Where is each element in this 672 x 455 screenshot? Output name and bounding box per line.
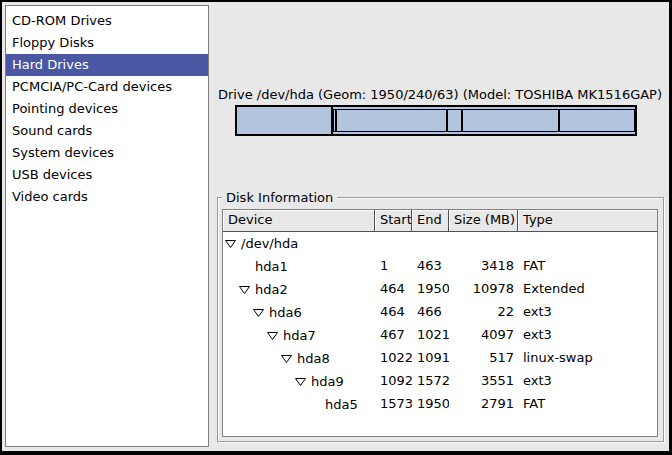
sidebar-item-pcmcia-pc-card-devices[interactable]: PCMCIA/PC-Card devices (6, 76, 208, 98)
device-cell: hda5 (223, 393, 375, 416)
sidebar-item-system-devices[interactable]: System devices (6, 142, 208, 164)
partition-segment-hda5 (559, 109, 635, 132)
type-cell: FAT (518, 255, 657, 278)
device-cell: hda8 (223, 347, 375, 370)
partition-segment-hda7 (336, 109, 447, 132)
start-cell: 1573 (375, 393, 412, 416)
table-row-hda9[interactable]: hda9109215723551ext3 (223, 370, 657, 393)
column-header-start[interactable]: Start (375, 210, 412, 232)
partition-segment-hda8 (447, 109, 463, 132)
device-cell: hda7 (223, 324, 375, 347)
size-cell: 517 (449, 347, 518, 370)
start-cell: 1 (375, 255, 412, 278)
tree-expander-open-icon[interactable] (267, 332, 278, 340)
partition-segment-hda2-extended (333, 107, 635, 134)
sidebar-item-floppy-disks[interactable]: Floppy Disks (6, 32, 208, 54)
partition-segment-hda1 (237, 107, 333, 134)
device-cell: hda9 (223, 370, 375, 393)
column-header-size-mb[interactable]: Size (MB) (449, 210, 518, 232)
device-label: hda6 (269, 302, 302, 324)
end-cell: 463 (412, 255, 449, 278)
drive-title: Drive /dev/hda (Geom: 1950/240/63) (Mode… (215, 87, 665, 102)
end-cell: 1950 (412, 393, 449, 416)
table-row-hda6[interactable]: hda646446622ext3 (223, 301, 657, 324)
type-cell: FAT (518, 393, 657, 416)
tree-expander-open-icon[interactable] (225, 240, 236, 248)
tree-expander-open-icon[interactable] (253, 309, 264, 317)
start-cell: 464 (375, 278, 412, 301)
column-header-type[interactable]: Type (518, 210, 657, 232)
size-cell: 2791 (449, 393, 518, 416)
size-cell: 10978 (449, 278, 518, 301)
type-cell: ext3 (518, 301, 657, 324)
sidebar-item-cd-rom-drives[interactable]: CD-ROM Drives (6, 10, 208, 32)
partition-bar (235, 105, 637, 136)
start-cell: 464 (375, 301, 412, 324)
type-cell: ext3 (518, 324, 657, 347)
device-cell: hda2 (223, 278, 375, 301)
tree-expander-open-icon[interactable] (239, 286, 250, 294)
sidebar-item-usb-devices[interactable]: USB devices (6, 164, 208, 186)
device-label: /dev/hda (241, 233, 298, 255)
type-cell: Extended (518, 278, 657, 301)
size-cell (449, 232, 518, 255)
end-cell: 1572 (412, 370, 449, 393)
hardware-browser-window: CD-ROM DrivesFloppy DisksHard DrivesPCMC… (0, 0, 672, 455)
device-label: hda8 (297, 348, 330, 370)
partition-segment-hda9 (462, 109, 558, 132)
start-cell: 467 (375, 324, 412, 347)
disk-table-header: DeviceStartEndSize (MB)Type (223, 210, 657, 232)
disk-information-table: DeviceStartEndSize (MB)Type /dev/hdahda1… (222, 209, 658, 437)
device-label: hda2 (255, 279, 288, 301)
device-label: hda9 (311, 371, 344, 393)
start-cell: 1022 (375, 347, 412, 370)
table-row-hda2[interactable]: hda2464195010978Extended (223, 278, 657, 301)
tree-expander-open-icon[interactable] (281, 355, 292, 363)
type-cell (518, 232, 657, 255)
size-cell: 3418 (449, 255, 518, 278)
sidebar-item-pointing-devices[interactable]: Pointing devices (6, 98, 208, 120)
device-label: hda7 (283, 325, 316, 347)
start-cell (375, 232, 412, 255)
table-row-hda8[interactable]: hda810221091517linux-swap (223, 347, 657, 370)
type-cell: linux-swap (518, 347, 657, 370)
column-header-end[interactable]: End (412, 210, 449, 232)
end-cell (412, 232, 449, 255)
disk-information-legend: Disk Information (222, 190, 337, 205)
table-row-dev-hda[interactable]: /dev/hda (223, 232, 657, 255)
column-header-device[interactable]: Device (223, 210, 375, 232)
size-cell: 4097 (449, 324, 518, 347)
table-row-hda1[interactable]: hda114633418FAT (223, 255, 657, 278)
end-cell: 1021 (412, 324, 449, 347)
device-cell: hda1 (223, 255, 375, 278)
start-cell: 1092 (375, 370, 412, 393)
device-cell: hda6 (223, 301, 375, 324)
device-label: hda1 (255, 256, 288, 278)
sidebar-item-video-cards[interactable]: Video cards (6, 186, 208, 208)
table-row-hda7[interactable]: hda746710214097ext3 (223, 324, 657, 347)
size-cell: 3551 (449, 370, 518, 393)
end-cell: 1091 (412, 347, 449, 370)
tree-expander-open-icon[interactable] (295, 378, 306, 386)
sidebar-item-hard-drives[interactable]: Hard Drives (6, 54, 208, 76)
sidebar-item-sound-cards[interactable]: Sound cards (6, 120, 208, 142)
device-label: hda5 (325, 394, 358, 416)
end-cell: 1950 (412, 278, 449, 301)
device-category-list: CD-ROM DrivesFloppy DisksHard DrivesPCMC… (5, 5, 209, 447)
size-cell: 22 (449, 301, 518, 324)
type-cell: ext3 (518, 370, 657, 393)
end-cell: 466 (412, 301, 449, 324)
table-row-hda5[interactable]: hda5157319502791FAT (223, 393, 657, 416)
disk-table-body: /dev/hdahda114633418FAThda2464195010978E… (223, 232, 657, 436)
device-cell: /dev/hda (223, 232, 375, 255)
